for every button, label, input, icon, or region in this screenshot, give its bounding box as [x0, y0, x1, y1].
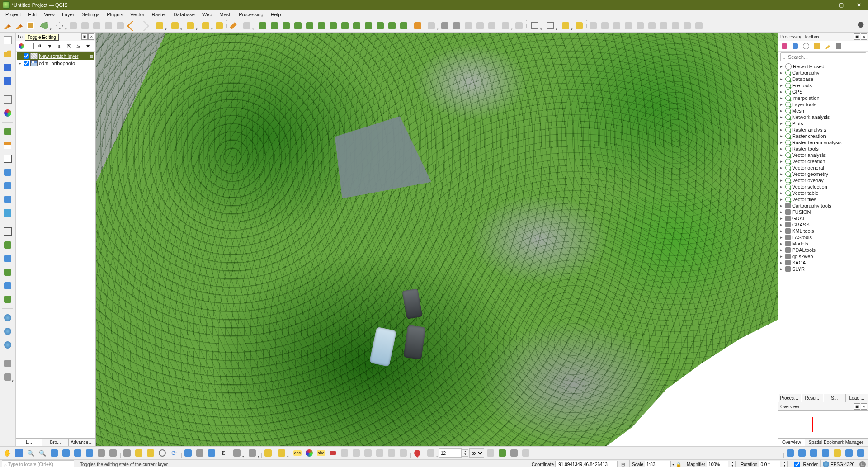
expand-icon[interactable]: ▸ [780, 83, 784, 88]
editgeom1-button[interactable] [412, 20, 423, 31]
expand-icon[interactable]: ▸ [780, 146, 784, 151]
new-spatialite-button[interactable] [2, 253, 14, 264]
wfs-button[interactable] [2, 339, 14, 351]
tab-browser[interactable]: Bro... [42, 439, 69, 446]
menu-raster[interactable]: Raster [148, 11, 170, 18]
geoproc4-button[interactable] [398, 20, 409, 31]
proc-group-vector-overlay[interactable]: ▸Vector overlay [780, 177, 866, 184]
maptips-button[interactable]: ▾ [245, 448, 259, 458]
mesh-tool1-button[interactable] [785, 448, 796, 458]
invert-selection-button[interactable] [214, 20, 225, 31]
expand-icon[interactable]: ▸ [780, 71, 784, 75]
proc-edit-button[interactable] [823, 42, 832, 51]
layer-row-scratch[interactable]: New scratch layer ▦ [17, 52, 94, 60]
editgeom3-button[interactable] [439, 20, 450, 31]
mesh-tool5-button[interactable] [832, 448, 843, 458]
layers-collapse-button[interactable]: ⇲ [74, 42, 82, 50]
add-csv-button[interactable] [2, 166, 14, 178]
deselect-button[interactable]: ▾ [183, 20, 198, 31]
layer-expand-icon[interactable]: ▸ [18, 61, 22, 66]
zoom-layer-button[interactable] [72, 448, 83, 458]
editgeom4-button[interactable] [451, 20, 462, 31]
proc-group-vector-general[interactable]: ▸Vector general [780, 165, 866, 171]
new-map-view-button[interactable] [122, 448, 132, 458]
proc-btn-results[interactable]: Resu... [801, 394, 824, 402]
snap-unit-select[interactable]: px [469, 448, 484, 458]
toggle-editing-button[interactable] [14, 20, 24, 31]
menu-layer[interactable]: Layer [58, 11, 78, 18]
crs-group[interactable]: EPSG:4326 [820, 460, 857, 467]
snap-self-button[interactable] [509, 448, 519, 458]
proc-group-slyr[interactable]: ▸SLYR [780, 266, 866, 272]
proc-group-kml-tools[interactable]: ▸KML tools [780, 228, 866, 234]
select-by-value-button[interactable]: ▾ [168, 20, 182, 31]
proc-group-vector-selection[interactable]: ▸Vector selection [780, 184, 866, 190]
proc-group-raster-terrain-analysis[interactable]: ▸Raster terrain analysis [780, 139, 866, 146]
add-spatialite-button[interactable] [2, 180, 14, 192]
union-button[interactable] [340, 20, 350, 31]
geoproc1-button[interactable] [363, 20, 374, 31]
expand-icon[interactable]: ▸ [780, 108, 784, 113]
snapping-button[interactable] [412, 448, 423, 458]
proc-group-lastools[interactable]: ▸LAStools [780, 234, 866, 241]
mesh-tool7-button[interactable] [855, 448, 866, 458]
expand-icon[interactable]: ▸ [780, 248, 784, 252]
proc-group-vector-tiles[interactable]: ▸Vector tiles [780, 196, 866, 203]
vertex-tool-button[interactable]: ▾ [52, 20, 67, 31]
plugin1-button[interactable] [2, 358, 14, 369]
add-raster-button[interactable] [2, 139, 14, 151]
proc-group-interpolation[interactable]: ▸Interpolation [780, 95, 866, 101]
layers-remove-button[interactable]: ✖ [84, 42, 92, 50]
new-shapefile-button[interactable] [2, 226, 14, 237]
menu-edit[interactable]: Edit [24, 11, 40, 18]
layer-visible-checkbox[interactable] [24, 53, 29, 59]
menu-plugins[interactable]: Plugins [103, 11, 127, 18]
zoom-in-button[interactable]: 🔍 [25, 448, 36, 458]
layer-row-ortho[interactable]: ▸ odm_orthophoto [17, 60, 94, 67]
tab-layers[interactable]: L... [16, 439, 42, 446]
tab-overview[interactable]: Overview [778, 439, 805, 446]
style-manager-button[interactable] [2, 107, 14, 119]
proc-btn-load[interactable]: Load ... [846, 394, 868, 402]
fieldcalc-button[interactable] [206, 448, 217, 458]
expand-icon[interactable]: ▸ [780, 64, 784, 69]
proc-group-saga[interactable]: ▸SAGA [780, 259, 866, 266]
expand-icon[interactable]: ▸ [780, 229, 784, 233]
new-geopackage-button[interactable] [2, 239, 14, 251]
proc-btn-processing[interactable]: Processin... [778, 394, 801, 402]
panel-float-button[interactable]: ▣ [854, 33, 860, 40]
proc-history-button[interactable] [802, 42, 811, 51]
add-postgis-button[interactable] [2, 193, 14, 205]
zoom-out-button[interactable]: 🔍 [37, 448, 48, 458]
panel-float-button[interactable]: ▣ [854, 403, 860, 410]
menu-view[interactable]: View [40, 11, 58, 18]
expand-icon[interactable]: ▸ [780, 165, 784, 170]
proc-group-qgis2web[interactable]: ▸qgis2web [780, 253, 866, 259]
proc-group-vector-creation[interactable]: ▸Vector creation [780, 158, 866, 165]
attrtable-button[interactable] [194, 448, 205, 458]
menu-project[interactable]: Project [2, 11, 24, 18]
menu-web[interactable]: Web [198, 11, 216, 18]
proc-group-file-tools[interactable]: ▸File tools [780, 82, 866, 89]
saveas-project-button[interactable] [2, 75, 14, 87]
proc-group-network-analysis[interactable]: ▸Network analysis [780, 114, 866, 120]
proc-group-raster-creation[interactable]: ▸Raster creation [780, 133, 866, 139]
expand-icon[interactable]: ▸ [780, 115, 784, 119]
zoom-full-button[interactable] [49, 448, 60, 458]
overview-canvas[interactable] [778, 411, 868, 438]
zoom-last-button[interactable] [96, 448, 107, 458]
toolbox-button[interactable]: ▾ [230, 448, 244, 458]
magnifier-spin[interactable]: ▲▼ [730, 461, 736, 467]
undo-button[interactable] [127, 20, 137, 31]
panel-close-button[interactable]: ✕ [861, 403, 867, 410]
expand-icon[interactable]: ▸ [780, 184, 784, 189]
dissolve-button[interactable] [304, 20, 315, 31]
proc-group-layer-tools[interactable]: ▸Layer tools [780, 101, 866, 108]
expand-icon[interactable]: ▸ [780, 172, 784, 176]
snap-spin[interactable]: ▲▼ [462, 449, 468, 457]
proc-group-mesh[interactable]: ▸Mesh [780, 108, 866, 114]
proc-group-pdaltools[interactable]: ▸PDALtools [780, 247, 866, 253]
processing-tree[interactable]: ▸Recently used▸Cartography▸Database▸File… [778, 62, 868, 394]
proc-group-cartography-tools[interactable]: ▸Cartography tools [780, 203, 866, 209]
buffer-button[interactable] [257, 20, 268, 31]
